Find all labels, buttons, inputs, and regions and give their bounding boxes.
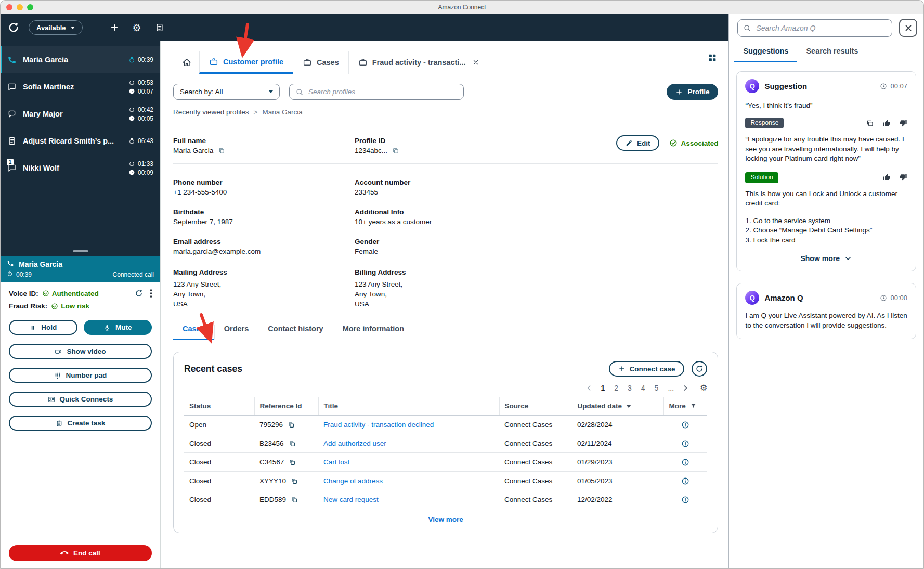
copy-icon[interactable] [289, 440, 296, 447]
tab-customer-profile[interactable]: Customer profile [199, 51, 293, 74]
tab-suggestions[interactable]: Suggestions [734, 42, 797, 62]
case-title-link[interactable]: New card request [323, 496, 379, 503]
panel-resize-handle[interactable] [73, 250, 88, 252]
view-more-link[interactable]: View more [184, 515, 707, 523]
customer-profile-details: Edit Associated Full name Maria Garcia [173, 137, 718, 309]
info-icon[interactable] [669, 421, 702, 429]
q-search-input[interactable] [756, 24, 887, 32]
tab-fraud-activity[interactable]: Fraud activity - transacti... [348, 51, 489, 74]
table-settings-gear-icon[interactable]: ⚙ [700, 384, 707, 392]
thumbs-up-icon[interactable] [882, 119, 891, 127]
app-window: Amazon Connect Available ⚙ [0, 0, 924, 569]
case-icon [303, 58, 312, 67]
previous-page-icon[interactable] [585, 384, 593, 392]
breadcrumb-link[interactable]: Recently viewed profiles [173, 108, 249, 116]
show-video-button[interactable]: Show video [9, 344, 152, 359]
page-2[interactable]: 2 [610, 383, 622, 393]
case-title-link[interactable]: Change of address [323, 477, 383, 485]
contact-row-nikki-wolf[interactable]: 1 Nikki Wolf 01:33 00:09 [1, 154, 160, 182]
availability-dropdown[interactable]: Available [29, 20, 83, 35]
copy-icon[interactable] [291, 477, 298, 485]
close-tab-icon[interactable] [472, 59, 479, 66]
copy-icon[interactable] [289, 459, 296, 466]
amazon-q-icon: Q [745, 79, 759, 93]
copy-icon[interactable] [218, 147, 225, 154]
search-by-dropdown[interactable]: Search by: All [173, 84, 280, 100]
number-pad-button[interactable]: Number pad [9, 368, 152, 383]
subtab-orders[interactable]: Orders [214, 325, 258, 340]
create-task-button[interactable]: Create task [9, 416, 152, 431]
table-row: Closed C34567 Cart lost Connect Cases 01… [184, 453, 707, 472]
page-5[interactable]: 5 [650, 383, 663, 393]
add-profile-button[interactable]: Profile [667, 84, 718, 100]
thumbs-down-icon[interactable] [899, 119, 907, 127]
task-list-icon[interactable] [155, 23, 164, 32]
case-title-link[interactable]: Cart lost [323, 458, 349, 466]
home-icon [181, 57, 192, 68]
close-q-panel-button[interactable] [899, 19, 917, 37]
call-status: Connected call [113, 271, 154, 278]
tab-cases[interactable]: Cases [293, 51, 348, 74]
page-4[interactable]: 4 [637, 383, 649, 393]
timer-icon [128, 160, 135, 167]
field-mailing-address: Mailing Address 123 Any Street, Any Town… [173, 267, 355, 309]
case-status: Closed [184, 453, 254, 472]
tab-home[interactable] [174, 51, 199, 74]
tab-search-results[interactable]: Search results [797, 42, 867, 62]
copy-icon[interactable] [392, 147, 399, 154]
subtab-cases[interactable]: Cases [173, 325, 214, 340]
hold-button[interactable]: Hold [9, 320, 77, 335]
fraud-risk-row: Fraud Risk: Low risk [9, 302, 152, 310]
column-reference-id[interactable]: Reference Id [254, 397, 318, 416]
contact-row-maria-garcia[interactable]: Maria Garcia 00:39 [1, 46, 160, 73]
copy-icon[interactable] [288, 421, 295, 429]
quick-connects-button[interactable]: Quick Connects [9, 392, 152, 407]
page-1[interactable]: 1 [596, 383, 609, 393]
minimize-window-button[interactable] [17, 4, 23, 10]
show-more-button[interactable]: Show more [745, 254, 907, 263]
column-more[interactable]: More [663, 397, 707, 416]
new-contact-button[interactable] [110, 23, 119, 32]
info-icon[interactable] [669, 477, 702, 485]
kebab-menu-icon[interactable] [150, 289, 152, 298]
column-updated-date[interactable]: Updated date [572, 397, 663, 416]
info-icon[interactable] [669, 496, 702, 504]
zoom-window-button[interactable] [27, 4, 33, 10]
subtab-contact-history[interactable]: Contact history [258, 325, 332, 340]
info-icon[interactable] [669, 439, 702, 448]
cases-pagination: 1 2 3 4 5 ... ⚙ [184, 383, 707, 393]
thumbs-down-icon[interactable] [899, 173, 907, 182]
search-profiles-input[interactable] [308, 88, 458, 96]
next-page-icon[interactable] [681, 384, 689, 392]
subtab-more-information[interactable]: More information [333, 325, 413, 340]
refresh-icon[interactable] [135, 289, 143, 298]
end-call-icon [60, 549, 69, 558]
column-title[interactable]: Title [318, 397, 499, 416]
dialpad-icon [54, 372, 61, 379]
info-icon[interactable] [669, 458, 702, 467]
contact-row-sofia-martinez[interactable]: Sofía Martínez 00:53 00:07 [1, 73, 160, 100]
agent-topbar: Available ⚙ [1, 14, 728, 41]
page-3[interactable]: 3 [623, 383, 636, 393]
unread-badge: 1 [7, 159, 14, 165]
contact-row-mary-major[interactable]: Mary Major 00:42 00:05 [1, 100, 160, 127]
copy-icon[interactable] [291, 496, 298, 503]
case-reference: XYYY10 [259, 477, 286, 485]
mute-button[interactable]: Mute [84, 320, 152, 335]
case-title-link[interactable]: Fraud activity - transaction declined [323, 421, 434, 429]
copy-icon[interactable] [866, 119, 874, 127]
edit-button[interactable]: Edit [616, 135, 660, 151]
column-status[interactable]: Status [184, 397, 254, 416]
settings-gear-icon[interactable]: ⚙ [133, 23, 141, 33]
contact-row-task[interactable]: Adjust Ricard Smith’s p... 06:43 [1, 127, 160, 154]
connect-case-button[interactable]: Connect case [609, 361, 685, 377]
case-title-link[interactable]: Add authorized user [323, 439, 386, 447]
close-window-button[interactable] [6, 4, 12, 10]
thumbs-up-icon[interactable] [882, 173, 891, 182]
layout-grid-icon[interactable] [708, 53, 717, 62]
refresh-cases-button[interactable] [692, 361, 707, 377]
recent-cases-table: Status Reference Id Title Source Updated… [184, 397, 707, 509]
profile-search-row: Search by: All Profile [173, 84, 718, 100]
column-source[interactable]: Source [499, 397, 572, 416]
end-call-button[interactable]: End call [9, 545, 152, 561]
